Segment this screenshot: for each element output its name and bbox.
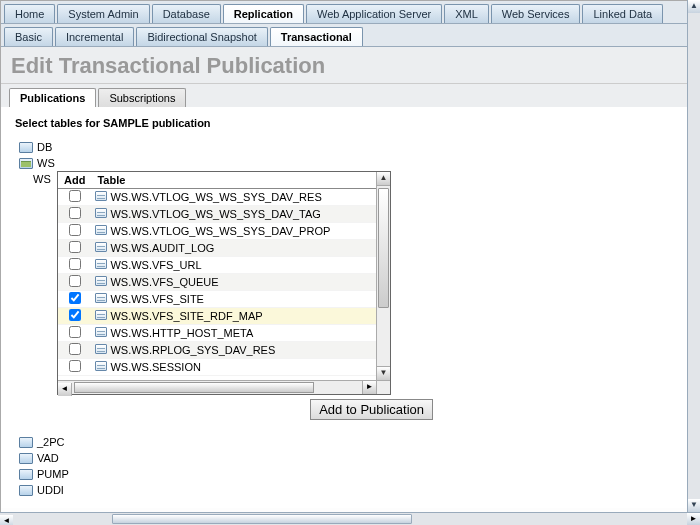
- table-name: WS.WS.VTLOG_WS_WS_SYS_DAV_TAG: [107, 208, 321, 220]
- scroll-corner: [376, 380, 390, 394]
- table-name: WS.WS.VFS_QUEUE: [107, 276, 218, 288]
- tree-node-label: _2PC: [37, 436, 65, 448]
- add-checkbox[interactable]: [69, 309, 81, 321]
- main-tab-system-admin[interactable]: System Admin: [57, 4, 149, 23]
- scroll-up-icon[interactable]: ▲: [377, 172, 390, 186]
- table-row[interactable]: WS.WS.VFS_QUEUE: [58, 274, 376, 291]
- table-row[interactable]: WS.WS.AUDIT_LOG: [58, 240, 376, 257]
- table-row[interactable]: WS.WS.SESSION: [58, 359, 376, 376]
- page-scroll-down-icon[interactable]: ▼: [688, 499, 700, 512]
- folder-icon: [19, 158, 33, 169]
- main-tab-web-services[interactable]: Web Services: [491, 4, 581, 23]
- folder-icon: [19, 485, 33, 496]
- tree-node-pump[interactable]: PUMP: [19, 466, 673, 482]
- table-row[interactable]: WS.WS.HTTP_HOST_META: [58, 325, 376, 342]
- table-vertical-scrollbar[interactable]: ▲ ▼: [376, 172, 390, 380]
- scroll-left-icon[interactable]: ◄: [58, 383, 72, 396]
- page-horizontal-scrollbar[interactable]: ◄ ►: [0, 512, 700, 525]
- page-scroll-right-icon[interactable]: ►: [687, 513, 700, 525]
- tree-node-label: PUMP: [37, 468, 69, 480]
- main-tab-bar: HomeSystem AdminDatabaseReplicationWeb A…: [1, 1, 687, 24]
- secondary-tab-bar: BasicIncrementalBidirectional SnapshotTr…: [1, 24, 687, 47]
- add-checkbox[interactable]: [69, 241, 81, 253]
- instruction-text: Select tables for SAMPLE publication: [15, 117, 673, 129]
- ws-schema-label: WS: [33, 171, 57, 185]
- add-checkbox[interactable]: [69, 224, 81, 236]
- table-icon: [95, 225, 107, 235]
- sub-tab-incremental[interactable]: Incremental: [55, 27, 134, 46]
- page-scroll-up-icon[interactable]: ▲: [688, 0, 700, 13]
- table-icon: [95, 361, 107, 371]
- main-tab-database[interactable]: Database: [152, 4, 221, 23]
- main-tab-home[interactable]: Home: [4, 4, 55, 23]
- scroll-right-icon[interactable]: ►: [362, 381, 376, 394]
- page-scroll-left-icon[interactable]: ◄: [0, 515, 13, 525]
- inner-tab-publications[interactable]: Publications: [9, 88, 96, 107]
- page-title: Edit Transactional Publication: [1, 47, 687, 84]
- table-horizontal-scrollbar[interactable]: ◄ ►: [58, 380, 376, 394]
- sub-tab-transactional[interactable]: Transactional: [270, 27, 363, 46]
- table-row[interactable]: WS.WS.VTLOG_WS_WS_SYS_DAV_PROP: [58, 223, 376, 240]
- table-icon: [95, 327, 107, 337]
- other-schemas-list: _2PCVADPUMPUDDI: [19, 434, 673, 498]
- table-row[interactable]: WS.WS.VTLOG_WS_WS_SYS_DAV_TAG: [58, 206, 376, 223]
- tree-node-label: DB: [37, 141, 52, 153]
- sub-tab-bidirectional-snapshot[interactable]: Bidirectional Snapshot: [136, 27, 267, 46]
- table-icon: [95, 191, 107, 201]
- table-row[interactable]: WS.WS.VFS_SITE_RDF_MAP: [58, 308, 376, 325]
- table-row[interactable]: WS.WS.RPLOG_SYS_DAV_RES: [58, 342, 376, 359]
- folder-icon: [19, 437, 33, 448]
- content-area: Select tables for SAMPLE publication DBW…: [1, 107, 687, 508]
- page-scroll-thumb-h[interactable]: [112, 514, 412, 524]
- table-selection-panel: Add Table WS.WS.VTLOG_WS_WS_SYS_DAV_RES …: [57, 171, 391, 395]
- tree-node-_2pc[interactable]: _2PC: [19, 434, 673, 450]
- table-name: WS.WS.VFS_SITE: [107, 293, 204, 305]
- scroll-thumb-h[interactable]: [74, 382, 314, 393]
- table-name: WS.WS.HTTP_HOST_META: [107, 327, 253, 339]
- app-window: HomeSystem AdminDatabaseReplicationWeb A…: [0, 0, 688, 513]
- add-checkbox[interactable]: [69, 343, 81, 355]
- tree-node-label: UDDI: [37, 484, 64, 496]
- main-tab-linked-data[interactable]: Linked Data: [582, 4, 663, 23]
- add-checkbox[interactable]: [69, 275, 81, 287]
- inner-tab-bar: PublicationsSubscriptions: [1, 84, 687, 107]
- tables-grid: Add Table WS.WS.VTLOG_WS_WS_SYS_DAV_RES …: [58, 172, 376, 376]
- add-checkbox[interactable]: [69, 292, 81, 304]
- add-checkbox[interactable]: [69, 326, 81, 338]
- table-name: WS.WS.VTLOG_WS_WS_SYS_DAV_RES: [107, 191, 321, 203]
- table-name: WS.WS.RPLOG_SYS_DAV_RES: [107, 344, 275, 356]
- scroll-thumb[interactable]: [378, 188, 389, 308]
- main-tab-xml[interactable]: XML: [444, 4, 489, 23]
- tree-node-label: WS: [37, 157, 55, 169]
- folder-icon: [19, 142, 33, 153]
- add-checkbox[interactable]: [69, 360, 81, 372]
- table-name: WS.WS.VFS_SITE_RDF_MAP: [107, 310, 262, 322]
- table-name: WS.WS.VFS_URL: [107, 259, 201, 271]
- col-header-table: Table: [91, 172, 376, 189]
- scroll-down-icon[interactable]: ▼: [377, 366, 390, 380]
- add-checkbox[interactable]: [69, 190, 81, 202]
- tree-node-uddi[interactable]: UDDI: [19, 482, 673, 498]
- folder-icon: [19, 469, 33, 480]
- table-row[interactable]: WS.WS.VFS_SITE: [58, 291, 376, 308]
- add-checkbox[interactable]: [69, 207, 81, 219]
- table-row[interactable]: WS.WS.VTLOG_WS_WS_SYS_DAV_RES: [58, 189, 376, 206]
- table-icon: [95, 310, 107, 320]
- tree-node-ws[interactable]: WS: [19, 155, 673, 171]
- sub-tab-basic[interactable]: Basic: [4, 27, 53, 46]
- add-to-publication-button[interactable]: Add to Publication: [310, 399, 433, 420]
- tree-node-db[interactable]: DB: [19, 139, 673, 155]
- table-icon: [95, 276, 107, 286]
- tree-node-vad[interactable]: VAD: [19, 450, 673, 466]
- page-vertical-scrollbar[interactable]: ▲ ▼: [687, 0, 700, 512]
- col-header-add: Add: [58, 172, 91, 189]
- table-name: WS.WS.VTLOG_WS_WS_SYS_DAV_PROP: [107, 225, 330, 237]
- main-tab-replication[interactable]: Replication: [223, 4, 304, 23]
- folder-icon: [19, 453, 33, 464]
- main-tab-web-application-server[interactable]: Web Application Server: [306, 4, 442, 23]
- table-row[interactable]: WS.WS.VFS_URL: [58, 257, 376, 274]
- inner-tab-subscriptions[interactable]: Subscriptions: [98, 88, 186, 107]
- add-checkbox[interactable]: [69, 258, 81, 270]
- table-icon: [95, 293, 107, 303]
- table-icon: [95, 259, 107, 269]
